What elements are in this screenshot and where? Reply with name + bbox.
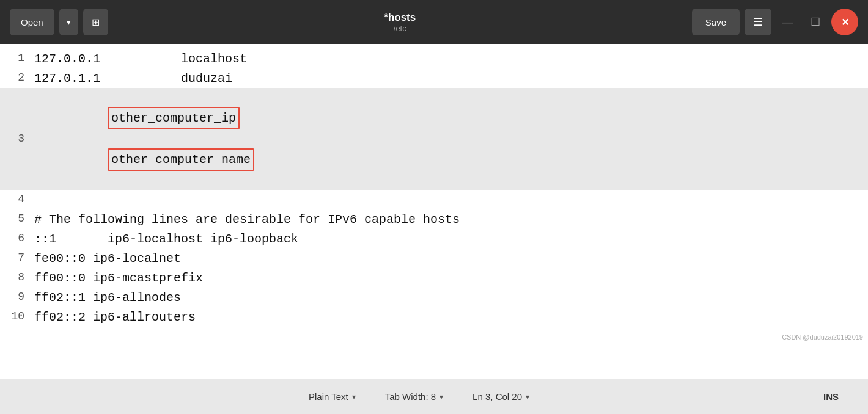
editor-content: 1 127.0.0.1 localhost 2 127.0.1.1 duduza… <box>0 44 868 332</box>
plain-text-label: Plain Text <box>309 391 348 402</box>
line-text: # The following lines are desirable for … <box>34 210 460 229</box>
line-row: 7 fe00::0 ip6-localnet <box>0 249 868 268</box>
new-tab-button[interactable]: ⊞ <box>83 9 108 35</box>
open-dropdown-button[interactable]: ▾ <box>59 9 78 35</box>
status-left: Plain Text ▾ Tab Width: 8 ▾ Ln 3, Col 20… <box>15 391 823 402</box>
statusbar: Plain Text ▾ Tab Width: 8 ▾ Ln 3, Col 20… <box>0 379 868 414</box>
tab-width-selector[interactable]: Tab Width: 8 ▾ <box>385 391 443 402</box>
status-right: INS <box>823 391 839 402</box>
open-label: Open <box>21 17 43 27</box>
save-button[interactable]: Save <box>692 9 740 35</box>
ln-col-indicator[interactable]: Ln 3, Col 20 ▾ <box>473 391 529 402</box>
line-text: ff02::1 ip6-allnodes <box>34 288 181 307</box>
line-row: 8 ff00::0 ip6-mcastprefix <box>0 268 868 288</box>
line-spacer <box>108 132 152 146</box>
line-number: 1 <box>5 50 24 67</box>
line-number: 3 <box>5 131 24 148</box>
titlebar-center: *hosts /etc <box>113 12 687 33</box>
line-text: 127.0.0.1 localhost <box>34 49 247 68</box>
line-row: 6 ::1 ip6-localhost ip6-loopback <box>0 229 868 249</box>
line-number: 8 <box>5 269 24 286</box>
line-number: 6 <box>5 230 24 247</box>
line-row: 4 <box>0 190 868 209</box>
open-button[interactable]: Open <box>10 9 54 35</box>
line-number: 7 <box>5 250 24 267</box>
tab-width-label: Tab Width: 8 <box>385 391 436 402</box>
line-row: 9 ff02::1 ip6-allnodes <box>0 288 868 307</box>
close-button[interactable]: ✕ <box>831 9 858 35</box>
ln-col-chevron: ▾ <box>526 393 529 401</box>
ln-col-label: Ln 3, Col 20 <box>473 391 522 402</box>
line-number: 10 <box>5 308 24 325</box>
line-number: 9 <box>5 289 24 306</box>
plain-text-chevron: ▾ <box>352 393 356 401</box>
line-number: 5 <box>5 211 24 228</box>
line-text: 127.0.1.1 duduzai <box>34 69 232 88</box>
line-text: ::1 ip6-localhost ip6-loopback <box>34 230 298 249</box>
window-subtitle: /etc <box>394 24 406 33</box>
tab-width-chevron: ▾ <box>440 393 443 401</box>
watermark: CSDN @duduzai20192019 <box>782 333 863 341</box>
line-number: 4 <box>5 191 24 208</box>
line-text: ff02::2 ip6-allrouters <box>34 308 196 327</box>
line-number: 2 <box>5 70 24 87</box>
maximize-button[interactable]: ☐ <box>804 9 826 35</box>
line-text: ff00::0 ip6-mcastprefix <box>34 269 203 288</box>
app-window: Open ▾ ⊞ *hosts /etc Save ☰ — ☐ ✕ 1 127.… <box>0 0 868 414</box>
highlight-ip: other_computer_ip <box>108 107 240 129</box>
line-text: other_computer_ip other_computer_name <box>34 88 254 190</box>
new-tab-icon: ⊞ <box>92 16 100 28</box>
dropdown-icon: ▾ <box>67 18 71 27</box>
editor-area[interactable]: 1 127.0.0.1 localhost 2 127.0.1.1 duduza… <box>0 44 868 379</box>
line-row-highlighted: 3 other_computer_ip other_computer_name <box>0 88 868 190</box>
line-row: 10 ff02::2 ip6-allrouters <box>0 307 868 327</box>
window-title: *hosts <box>384 12 416 24</box>
minimize-button[interactable]: — <box>776 9 800 35</box>
line-row: 2 127.0.1.1 duduzai <box>0 68 868 88</box>
ins-label: INS <box>823 391 839 402</box>
line-row: 1 127.0.0.1 localhost <box>0 49 868 68</box>
highlight-name: other_computer_name <box>108 148 254 171</box>
line-text: fe00::0 ip6-localnet <box>34 249 181 268</box>
plain-text-selector[interactable]: Plain Text ▾ <box>309 391 356 402</box>
titlebar: Open ▾ ⊞ *hosts /etc Save ☰ — ☐ ✕ <box>0 0 868 44</box>
menu-button[interactable]: ☰ <box>745 9 771 35</box>
statusbar-inner: Plain Text ▾ Tab Width: 8 ▾ Ln 3, Col 20… <box>0 391 868 402</box>
line-row: 5 # The following lines are desirable fo… <box>0 209 868 229</box>
titlebar-right: Save ☰ — ☐ ✕ <box>692 9 858 35</box>
